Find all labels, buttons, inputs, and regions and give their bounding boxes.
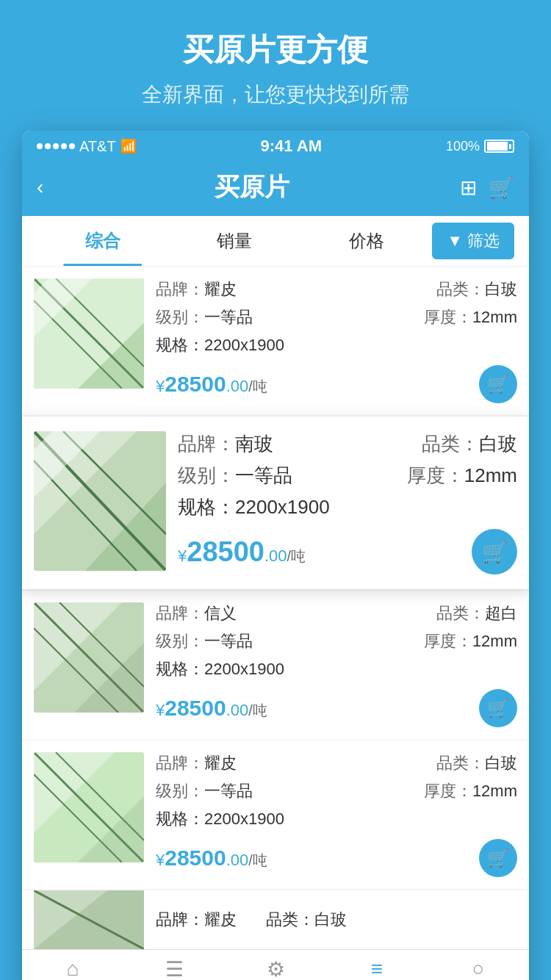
partial-info: 品牌：耀皮 品类：白玻 (156, 909, 347, 931)
add-to-cart-button[interactable]: 🛒 (479, 839, 517, 877)
grade-thickness-row: 级别：一等品 厚度：12mm (156, 630, 517, 652)
phone-frame: AT&T 📶 9:41 AM 100% ‹ 买原片 ⊞ 🛒 综合 销量 价格 (22, 131, 529, 980)
status-bar: AT&T 📶 9:41 AM 100% (22, 131, 529, 162)
spec-row: 规格：2200x1900 (156, 334, 517, 356)
promo-subtitle: 全新界面，让您更快找到所需 (15, 81, 536, 109)
price: ¥28500.00/吨 (178, 536, 306, 568)
carrier-name: AT&T (79, 138, 116, 155)
brand-category-row: 品牌：南玻 品类：白玻 (178, 431, 517, 457)
filter-button[interactable]: ▼ 筛选 (432, 223, 514, 259)
product-image[interactable] (34, 752, 144, 862)
sort-bar: 综合 销量 价格 ▼ 筛选 (22, 216, 529, 267)
price: ¥28500.00/吨 (156, 372, 267, 397)
forum-icon: ☰ (165, 957, 184, 980)
product-image[interactable] (34, 602, 144, 713)
grade-thickness-row: 级别：一等品 厚度：12mm (156, 780, 517, 802)
tab-bar: ⌂ 首页 ☰ 论坛 ⚙ 维修 ≡ 订单 ○ 我的 (22, 949, 529, 980)
back-button[interactable]: ‹ (37, 176, 43, 199)
repair-icon: ⚙ (267, 957, 285, 980)
price-row: ¥28500.00/吨 🛒 (156, 365, 517, 403)
price-row: ¥28500.00/吨 🛒 (156, 689, 517, 727)
product-item-partial: 品牌：耀皮 品类：白玻 (22, 890, 529, 949)
nav-icons: ⊞ 🛒 (460, 176, 514, 200)
brand-field: 品牌：信义 (156, 602, 237, 624)
grade-thickness-row: 级别：一等品 厚度：12mm (178, 463, 517, 489)
product-info: 品牌：耀皮 品类：白玻 级别：一等品 厚度：12mm 规格：2200x1900 (156, 752, 517, 877)
product-item: 品牌：耀皮 品类：白玻 级别：一等品 厚度：12mm 规格：2200x1900 (22, 267, 529, 415)
grade-field: 级别：一等品 (156, 780, 253, 802)
spec-row: 规格：2200x1900 (156, 808, 517, 830)
partial-category: 品类：白玻 (266, 909, 347, 931)
price-row: ¥28500.00/吨 🛒 (178, 529, 517, 574)
grade-thickness-row: 级别：一等品 厚度：12mm (156, 306, 517, 328)
partial-brand: 品牌：耀皮 (156, 909, 237, 931)
product-list: 品牌：耀皮 品类：白玻 级别：一等品 厚度：12mm 规格：2200x1900 (22, 267, 529, 949)
spec-row: 规格：2200x1900 (156, 658, 517, 680)
grade-field: 级别：一等品 (156, 306, 253, 328)
brand-category-row: 品牌：耀皮 品类：白玻 (156, 752, 517, 774)
brand-field: 品牌：南玻 (178, 431, 273, 457)
product-image[interactable] (34, 431, 166, 571)
product-item-highlighted: 品牌：南玻 品类：白玻 级别：一等品 厚度：12mm 规格：2200x1900 (22, 417, 529, 589)
sort-sales[interactable]: 销量 (168, 216, 300, 266)
product-info: 品牌：南玻 品类：白玻 级别：一等品 厚度：12mm 规格：2200x1900 (178, 431, 517, 574)
thickness-field: 厚度：12mm (424, 780, 517, 802)
tab-home[interactable]: ⌂ 首页 (22, 957, 123, 980)
battery-icon (484, 140, 514, 153)
product-item: 品牌：信义 品类：超白 级别：一等品 厚度：12mm 规格：2200x1900 (22, 591, 529, 739)
product-info: 品牌：耀皮 品类：白玻 级别：一等品 厚度：12mm 规格：2200x1900 (156, 278, 517, 403)
signal-bars (37, 143, 75, 149)
spec-row: 规格：2200x1900 (178, 494, 517, 520)
status-right: 100% (446, 139, 514, 154)
brand-field: 品牌：耀皮 (156, 752, 237, 774)
brand-category-row: 品牌：信义 品类：超白 (156, 602, 517, 624)
filter-icon: ▼ (447, 231, 463, 251)
tab-repair[interactable]: ⚙ 维修 (225, 957, 326, 980)
brand-field: 品牌：耀皮 (156, 278, 237, 300)
price: ¥28500.00/吨 (156, 846, 267, 871)
promo-section: 买原片更方便 全新界面，让您更快找到所需 (0, 0, 551, 131)
tab-order[interactable]: ≡ 订单 (326, 957, 428, 980)
calculator-icon[interactable]: ⊞ (460, 176, 477, 200)
home-icon: ⌂ (67, 957, 79, 980)
thickness-field: 厚度：12mm (407, 463, 517, 489)
thickness-field: 厚度：12mm (424, 630, 517, 652)
category-field: 品类：白玻 (436, 752, 517, 774)
wifi-icon: 📶 (120, 138, 137, 154)
category-field: 品类：白玻 (422, 431, 517, 457)
nav-bar: ‹ 买原片 ⊞ 🛒 (22, 162, 529, 216)
nav-title: 买原片 (215, 170, 289, 204)
order-icon: ≡ (371, 957, 383, 980)
battery-percent: 100% (446, 139, 480, 154)
price-row: ¥28500.00/吨 🛒 (156, 839, 517, 877)
partial-product-image (34, 890, 144, 949)
cart-icon[interactable]: 🛒 (489, 176, 514, 200)
add-to-cart-button[interactable]: 🛒 (472, 529, 517, 574)
add-to-cart-button[interactable]: 🛒 (479, 689, 517, 727)
status-left: AT&T 📶 (37, 138, 137, 155)
brand-category-row: 品牌：耀皮 品类：白玻 (156, 278, 517, 300)
price: ¥28500.00/吨 (156, 696, 267, 721)
tab-mine[interactable]: ○ 我的 (428, 957, 529, 980)
sort-price[interactable]: 价格 (300, 216, 432, 266)
grade-field: 级别：一等品 (178, 463, 292, 489)
product-item: 品牌：耀皮 品类：白玻 级别：一等品 厚度：12mm 规格：2200x1900 (22, 741, 529, 889)
thickness-field: 厚度：12mm (424, 306, 517, 328)
status-time: 9:41 AM (261, 137, 323, 156)
category-field: 品类：白玻 (436, 278, 517, 300)
product-image[interactable] (34, 278, 144, 389)
category-field: 品类：超白 (436, 602, 517, 624)
add-to-cart-button[interactable]: 🛒 (479, 365, 517, 403)
sort-comprehensive[interactable]: 综合 (37, 216, 168, 266)
promo-title: 买原片更方便 (15, 29, 536, 71)
tab-forum[interactable]: ☰ 论坛 (123, 957, 225, 980)
grade-field: 级别：一等品 (156, 630, 253, 652)
mine-icon: ○ (472, 957, 485, 980)
product-info: 品牌：信义 品类：超白 级别：一等品 厚度：12mm 规格：2200x1900 (156, 602, 517, 727)
